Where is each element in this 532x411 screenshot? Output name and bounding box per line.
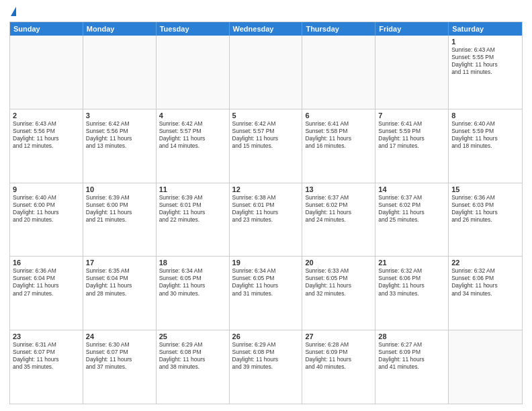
calendar-cell: 2Sunrise: 6:43 AM Sunset: 5:56 PM Daylig…	[10, 109, 83, 183]
day-info: Sunrise: 6:28 AM Sunset: 6:09 PM Dayligh…	[305, 341, 372, 371]
day-info: Sunrise: 6:35 AM Sunset: 6:04 PM Dayligh…	[86, 267, 153, 297]
weekday-header-monday: Monday	[83, 22, 157, 36]
calendar-cell: 13Sunrise: 6:37 AM Sunset: 6:02 PM Dayli…	[302, 183, 375, 257]
calendar-cell: 8Sunrise: 6:40 AM Sunset: 5:59 PM Daylig…	[449, 109, 522, 183]
day-number: 9	[13, 185, 80, 193]
day-info: Sunrise: 6:41 AM Sunset: 5:59 PM Dayligh…	[378, 120, 445, 150]
day-info: Sunrise: 6:41 AM Sunset: 5:58 PM Dayligh…	[305, 120, 372, 150]
day-number: 28	[378, 332, 445, 340]
calendar-cell: 4Sunrise: 6:42 AM Sunset: 5:57 PM Daylig…	[157, 109, 230, 183]
day-info: Sunrise: 6:43 AM Sunset: 5:56 PM Dayligh…	[13, 120, 80, 150]
day-info: Sunrise: 6:27 AM Sunset: 6:09 PM Dayligh…	[378, 341, 445, 371]
calendar-cell: 12Sunrise: 6:38 AM Sunset: 6:01 PM Dayli…	[230, 183, 303, 257]
day-number: 25	[159, 332, 226, 340]
day-number: 16	[13, 259, 80, 267]
weekday-header-sunday: Sunday	[10, 22, 83, 36]
day-info: Sunrise: 6:42 AM Sunset: 5:56 PM Dayligh…	[86, 120, 153, 150]
weekday-header-wednesday: Wednesday	[230, 22, 303, 36]
calendar-cell	[157, 36, 230, 109]
day-number: 26	[232, 332, 300, 340]
day-info: Sunrise: 6:34 AM Sunset: 6:05 PM Dayligh…	[232, 267, 300, 297]
calendar-cell	[230, 36, 303, 109]
day-number: 27	[305, 332, 372, 340]
calendar-cell	[375, 36, 449, 109]
calendar-cell: 5Sunrise: 6:42 AM Sunset: 5:57 PM Daylig…	[230, 109, 303, 183]
calendar-cell: 25Sunrise: 6:29 AM Sunset: 6:08 PM Dayli…	[157, 330, 230, 404]
calendar-cell: 14Sunrise: 6:37 AM Sunset: 6:02 PM Dayli…	[375, 183, 449, 257]
calendar-cell: 15Sunrise: 6:36 AM Sunset: 6:03 PM Dayli…	[449, 183, 522, 257]
calendar-cell: 18Sunrise: 6:34 AM Sunset: 6:05 PM Dayli…	[157, 257, 230, 330]
day-info: Sunrise: 6:40 AM Sunset: 6:00 PM Dayligh…	[13, 194, 80, 224]
calendar-cell: 7Sunrise: 6:41 AM Sunset: 5:59 PM Daylig…	[375, 109, 449, 183]
calendar-cell: 28Sunrise: 6:27 AM Sunset: 6:09 PM Dayli…	[375, 330, 449, 404]
calendar: SundayMondayTuesdayWednesdayThursdayFrid…	[9, 21, 523, 404]
day-number: 13	[305, 185, 372, 193]
logo-icon	[11, 7, 16, 16]
day-number: 23	[13, 332, 80, 340]
calendar-cell: 1Sunrise: 6:43 AM Sunset: 5:55 PM Daylig…	[449, 36, 522, 109]
day-number: 14	[378, 185, 445, 193]
day-number: 6	[305, 111, 372, 120]
day-info: Sunrise: 6:32 AM Sunset: 6:06 PM Dayligh…	[451, 267, 519, 297]
day-info: Sunrise: 6:37 AM Sunset: 6:02 PM Dayligh…	[378, 194, 445, 224]
day-number: 3	[86, 111, 153, 120]
calendar-cell: 26Sunrise: 6:29 AM Sunset: 6:08 PM Dayli…	[230, 330, 303, 404]
calendar-cell: 19Sunrise: 6:34 AM Sunset: 6:05 PM Dayli…	[230, 257, 303, 330]
calendar-cell: 9Sunrise: 6:40 AM Sunset: 6:00 PM Daylig…	[10, 183, 83, 257]
day-number: 1	[451, 38, 519, 46]
calendar-cell	[449, 330, 522, 404]
weekday-header-thursday: Thursday	[302, 22, 375, 36]
page: SundayMondayTuesdayWednesdayThursdayFrid…	[0, 0, 532, 411]
day-info: Sunrise: 6:40 AM Sunset: 5:59 PM Dayligh…	[451, 120, 519, 150]
weekday-header-tuesday: Tuesday	[157, 22, 230, 36]
calendar-cell	[10, 36, 83, 109]
day-info: Sunrise: 6:38 AM Sunset: 6:01 PM Dayligh…	[232, 194, 300, 224]
day-number: 12	[232, 185, 300, 193]
day-number: 7	[378, 111, 445, 120]
calendar-row-0: 1Sunrise: 6:43 AM Sunset: 5:55 PM Daylig…	[10, 36, 522, 109]
calendar-cell: 27Sunrise: 6:28 AM Sunset: 6:09 PM Dayli…	[302, 330, 375, 404]
calendar-cell	[302, 36, 375, 109]
calendar-cell: 23Sunrise: 6:31 AM Sunset: 6:07 PM Dayli…	[10, 330, 83, 404]
day-info: Sunrise: 6:34 AM Sunset: 6:05 PM Dayligh…	[159, 267, 226, 297]
calendar-row-2: 9Sunrise: 6:40 AM Sunset: 6:00 PM Daylig…	[10, 183, 522, 257]
day-number: 19	[232, 259, 300, 267]
day-number: 2	[13, 111, 80, 120]
day-info: Sunrise: 6:37 AM Sunset: 6:02 PM Dayligh…	[305, 194, 372, 224]
calendar-row-1: 2Sunrise: 6:43 AM Sunset: 5:56 PM Daylig…	[10, 109, 522, 183]
day-number: 22	[451, 259, 519, 267]
day-info: Sunrise: 6:43 AM Sunset: 5:55 PM Dayligh…	[451, 46, 519, 76]
day-number: 24	[86, 332, 153, 340]
day-number: 11	[159, 185, 226, 193]
day-info: Sunrise: 6:31 AM Sunset: 6:07 PM Dayligh…	[13, 341, 80, 371]
calendar-cell: 24Sunrise: 6:30 AM Sunset: 6:07 PM Dayli…	[83, 330, 157, 404]
calendar-cell: 20Sunrise: 6:33 AM Sunset: 6:05 PM Dayli…	[302, 257, 375, 330]
header	[9, 7, 523, 16]
calendar-header: SundayMondayTuesdayWednesdayThursdayFrid…	[10, 22, 522, 36]
day-number: 15	[451, 185, 519, 193]
weekday-header-friday: Friday	[375, 22, 449, 36]
calendar-cell: 11Sunrise: 6:39 AM Sunset: 6:01 PM Dayli…	[157, 183, 230, 257]
calendar-cell: 3Sunrise: 6:42 AM Sunset: 5:56 PM Daylig…	[83, 109, 157, 183]
day-number: 4	[159, 111, 226, 120]
calendar-cell: 21Sunrise: 6:32 AM Sunset: 6:06 PM Dayli…	[375, 257, 449, 330]
calendar-cell: 6Sunrise: 6:41 AM Sunset: 5:58 PM Daylig…	[302, 109, 375, 183]
calendar-cell	[83, 36, 157, 109]
day-info: Sunrise: 6:33 AM Sunset: 6:05 PM Dayligh…	[305, 267, 372, 297]
day-info: Sunrise: 6:39 AM Sunset: 6:00 PM Dayligh…	[86, 194, 153, 224]
day-info: Sunrise: 6:32 AM Sunset: 6:06 PM Dayligh…	[378, 267, 445, 297]
calendar-cell: 16Sunrise: 6:36 AM Sunset: 6:04 PM Dayli…	[10, 257, 83, 330]
calendar-row-4: 23Sunrise: 6:31 AM Sunset: 6:07 PM Dayli…	[10, 330, 522, 404]
day-number: 8	[451, 111, 519, 120]
calendar-cell: 10Sunrise: 6:39 AM Sunset: 6:00 PM Dayli…	[83, 183, 157, 257]
day-number: 21	[378, 259, 445, 267]
day-number: 10	[86, 185, 153, 193]
day-info: Sunrise: 6:42 AM Sunset: 5:57 PM Dayligh…	[232, 120, 300, 150]
day-info: Sunrise: 6:29 AM Sunset: 6:08 PM Dayligh…	[232, 341, 300, 371]
calendar-cell: 17Sunrise: 6:35 AM Sunset: 6:04 PM Dayli…	[83, 257, 157, 330]
logo	[9, 7, 16, 16]
calendar-row-3: 16Sunrise: 6:36 AM Sunset: 6:04 PM Dayli…	[10, 256, 522, 330]
day-info: Sunrise: 6:29 AM Sunset: 6:08 PM Dayligh…	[159, 341, 226, 371]
day-info: Sunrise: 6:39 AM Sunset: 6:01 PM Dayligh…	[159, 194, 226, 224]
day-number: 20	[305, 259, 372, 267]
